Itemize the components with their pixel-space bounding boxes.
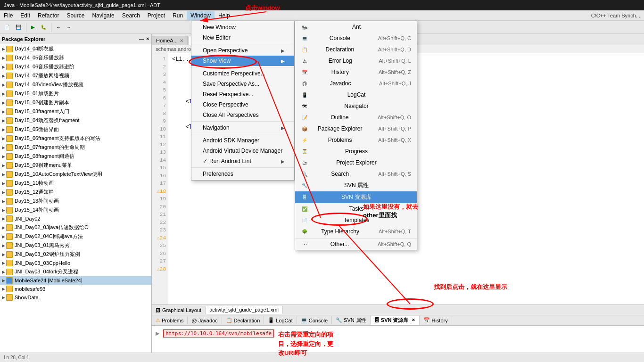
menu-search[interactable]: Search [118, 11, 144, 20]
toolbar-back[interactable]: ← [54, 23, 63, 31]
tab-console[interactable]: 💻 Console [297, 316, 332, 324]
list-item[interactable]: ▶JNI_Day03_01黑马秀秀 [0, 241, 151, 250]
list-item[interactable]: ▶Day15_03fragment入门 [0, 107, 151, 116]
list-item[interactable]: ▶JNI_Day02 [0, 214, 151, 223]
tab-problems[interactable]: ⚠ Problems [152, 316, 188, 324]
tab-home-close[interactable]: ✕ [180, 38, 183, 43]
list-item[interactable]: ▶Day15_12通知栏 [0, 188, 151, 197]
list-item[interactable]: ▶JNI_Day03_04fork分叉进程 [0, 267, 151, 276]
list-item[interactable]: ▶Day14_04断衣服 [0, 44, 151, 53]
sv-type-hierarchy[interactable]: 🌳 Type Hierarchy Alt+Shift+Q, T [295, 226, 417, 237]
menu-reset-perspective[interactable]: Reset Perspective... [191, 89, 294, 99]
list-item[interactable]: ▶JNI_Day03_02锅炉压力案例 [0, 250, 151, 259]
console-icon: 💻 [301, 34, 308, 42]
menu-edit[interactable]: Edit [17, 11, 34, 20]
show-view-submenu: 🐜 Ant 💻 Console Alt+Shift+Q, C 📋 Declara… [295, 21, 417, 250]
menu-new-editor[interactable]: New Editor [191, 33, 294, 43]
list-item[interactable]: ▶Day15_02创建图片副本 [0, 98, 151, 107]
toolbar-new[interactable]: 📄 [2, 23, 12, 31]
menu-help[interactable]: Help [215, 11, 234, 20]
list-item[interactable]: ▶Day15_13补间动画 [0, 197, 151, 206]
menu-source[interactable]: Source [63, 11, 88, 20]
list-item[interactable]: ▶Day15_10AutoCompleteTextView使用 [0, 170, 151, 179]
list-item[interactable]: ▶JNI_Day02_04C回调java方法 [0, 232, 151, 241]
tab-javadoc[interactable]: @ Javadoc [188, 317, 222, 324]
list-item[interactable]: ▶ShowData [0, 293, 151, 302]
menu-run[interactable]: Run [169, 11, 187, 20]
list-item[interactable]: ▶Day15_06fragment支持低版本的写法 [0, 134, 151, 143]
tab-activity-xml-view[interactable]: activity_sjfd_guide_page1.xml [206, 306, 283, 314]
menu-navigate[interactable]: Navigate [88, 11, 118, 20]
sv-ant[interactable]: 🐜 Ant [295, 21, 417, 33]
package-explorer-minimize[interactable]: — [139, 36, 144, 41]
sv-error-log-shortcut: Alt+Shift+Q, L [379, 58, 411, 64]
menu-customize-perspective[interactable]: Customize Perspective... [191, 68, 294, 79]
list-item[interactable]: ▶Day15_08fragment间通信 [0, 152, 151, 161]
toolbar-run[interactable]: ▶ [29, 23, 37, 31]
tab-home[interactable]: HomeA... ✕ [152, 36, 188, 45]
sv-console[interactable]: 💻 Console Alt+Shift+Q, C [295, 33, 417, 44]
menu-new-window[interactable]: New Window [191, 22, 294, 33]
list-item[interactable]: ▶Day15_11帧动画 [0, 179, 151, 188]
menu-run-android-lint[interactable]: ✓Run Android Lint▶ [191, 156, 294, 166]
menu-preferences[interactable]: Preferences [191, 169, 294, 179]
sv-navigator[interactable]: 🗺 Navigator [295, 100, 417, 112]
sv-package-explorer[interactable]: 📦 Package Explorer Alt+Shift+Q, P [295, 123, 417, 134]
sv-outline[interactable]: 📝 Outline Alt+Shift+Q, O [295, 112, 417, 123]
list-item[interactable]: ▶JNI_Day03_03CppHello [0, 259, 151, 267]
list-item[interactable]: ▶Day15_14补间动画 [0, 206, 151, 214]
menu-project[interactable]: Project [144, 11, 169, 20]
svn-expand-arrow[interactable]: ▶ [156, 330, 159, 337]
tab-history[interactable]: 📅 History [420, 316, 452, 324]
project-explorer-icon: 🗂 [301, 159, 308, 166]
menu-close-all-perspectives[interactable]: Close All Perspectives [191, 110, 294, 120]
sv-other[interactable]: ⋯ Other... Alt+Shift+Q, Q [295, 238, 417, 250]
menu-android-sdk-manager[interactable]: Android SDK Manager [191, 135, 294, 146]
menu-save-perspective[interactable]: Save Perspective As... [191, 79, 294, 89]
package-explorer-close[interactable]: ✕ [146, 36, 149, 41]
sv-search[interactable]: 🔍 Search Alt+Shift+Q, S [295, 168, 417, 180]
toolbar-fwd[interactable]: → [64, 23, 74, 31]
sv-javadoc[interactable]: @ Javadoc Alt+Shift+Q, J [295, 78, 417, 89]
tab-logcat[interactable]: 📱 LogCat [264, 316, 297, 324]
sv-error-log[interactable]: ⚠ Error Log Alt+Shift+Q, L [295, 55, 417, 66]
menu-refactor[interactable]: Refactor [34, 11, 63, 20]
list-item[interactable]: ▶Day15_09创建menu菜单 [0, 161, 151, 170]
list-item[interactable]: ▶Day14_06音乐播放器进阶 [0, 62, 151, 71]
list-item[interactable]: ▶Day14_05音乐播放器 [0, 53, 151, 62]
sv-tasks[interactable]: ✅ Tasks [295, 203, 417, 214]
toolbar-save[interactable]: 💾 [13, 23, 24, 31]
tab-svn-props[interactable]: 🔧 SVN 属性 [332, 316, 371, 325]
menu-open-perspective[interactable]: Open Perspective▶ [191, 45, 294, 56]
menu-window[interactable]: Window [187, 11, 215, 20]
list-item[interactable]: ▶Day15_04动态替换fragment [0, 116, 151, 125]
tab-svn-repos-close[interactable]: ✕ [412, 318, 415, 322]
sv-templates[interactable]: 📄 Templates [295, 214, 417, 226]
menu-navigation[interactable]: Navigation▶ [191, 123, 294, 133]
list-item[interactable]: ▶Day15_05微信界面 [0, 125, 151, 134]
list-item[interactable]: ▶mobilesafe93 [0, 285, 151, 293]
sv-svn-props[interactable]: 🔧 SVN 属性 [295, 180, 417, 191]
list-item-mobilesafe[interactable]: ▶MobileSafe24 [MobileSafe24] [0, 276, 151, 285]
sv-history[interactable]: 📅 History Alt+Shift+Q, Z [295, 66, 417, 78]
sv-declaration[interactable]: 📋 Declaration Alt+Shift+Q, D [295, 44, 417, 55]
sv-problems[interactable]: ⚡ Problems Alt+Shift+Q, X [295, 134, 417, 146]
sv-svn-repos[interactable]: 🗄 SVN 资源库 [295, 191, 417, 203]
sv-progress[interactable]: ⏳ Progress [295, 146, 417, 157]
menu-show-view[interactable]: Show View▶ [191, 56, 294, 66]
sv-project-explorer[interactable]: 🗂 Project Explorer [295, 157, 417, 168]
menu-file[interactable]: File [0, 11, 17, 20]
list-item[interactable]: ▶Day14_08VideoView播放视频 [0, 80, 151, 89]
list-item[interactable]: ▶Day15_07fragment的生命周期 [0, 143, 151, 152]
list-item[interactable]: ▶JNI_Day02_03java传递数据给C [0, 223, 151, 232]
sv-logcat[interactable]: 📱 LogCat [295, 89, 417, 100]
list-item[interactable]: ▶Day15_01加载图片 [0, 89, 151, 98]
toolbar-debug[interactable]: 🐛 [38, 23, 49, 31]
list-item[interactable]: ▶Day14_07播放网络视频 [0, 71, 151, 80]
tab-svn-repos[interactable]: 🗄 SVN 资源库 ✕ [371, 316, 420, 325]
sv-other-shortcut: Alt+Shift+Q, Q [378, 241, 411, 247]
menu-close-perspective[interactable]: Close Perspective [191, 99, 294, 110]
menu-android-virtual-device[interactable]: Android Virtual Device Manager [191, 146, 294, 156]
tab-graphical-layout[interactable]: 🖼 Graphical Layout [152, 306, 206, 314]
tab-declaration[interactable]: 📋 Declaration [222, 316, 264, 324]
